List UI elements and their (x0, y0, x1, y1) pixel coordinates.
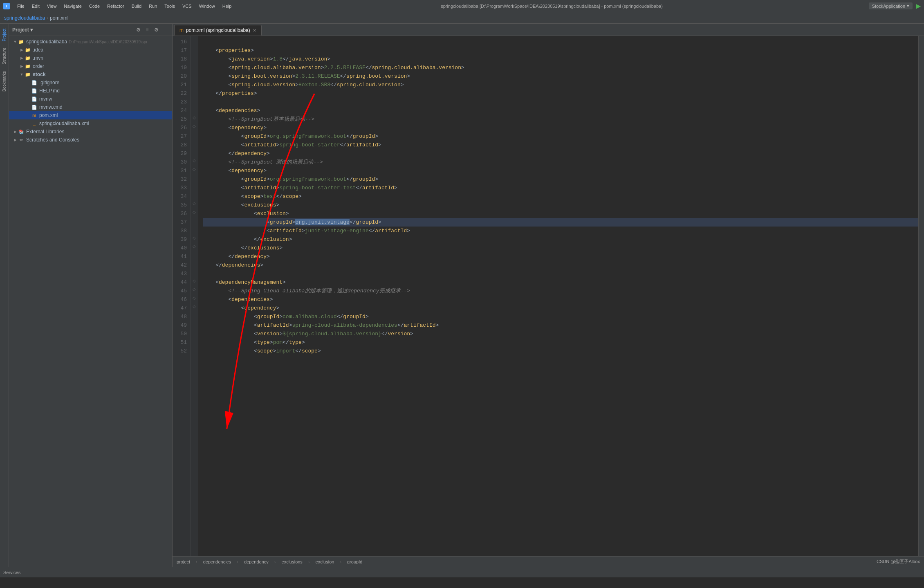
breadcrumb-file[interactable]: pom.xml (50, 15, 68, 21)
breadcrumb-bar: springcloudalibaba › pom.xml (0, 12, 924, 24)
breadcrumb-sep1: › (47, 15, 48, 21)
code-line-42: </dependencies> (203, 261, 918, 269)
mvn-folder-icon: 📁 (25, 55, 31, 61)
tree-item-pomxml[interactable]: ▶ m pom.xml (9, 111, 172, 119)
code-editor[interactable]: <properties> <java.version>1.8</java.ver… (198, 36, 918, 556)
left-tabs-panel: Project Structure Bookmarks (0, 24, 9, 567)
sidebar-action-minimize[interactable]: — (161, 26, 169, 34)
sidebar-action-layout[interactable]: ≡ (144, 26, 151, 34)
menu-item-navigate[interactable]: Navigate (61, 3, 85, 9)
gutter-16 (191, 36, 198, 45)
run-button[interactable]: ▶ (916, 2, 921, 10)
code-line-39: </exclusion> (203, 235, 918, 244)
editor-content: 1617181920212223242526272829303132333435… (173, 36, 924, 556)
arrow-icon-stock: ▼ (19, 72, 25, 77)
tree-item-mvnw[interactable]: ▶ 📄 mvnw (9, 95, 172, 103)
menu-item-view[interactable]: View (44, 3, 60, 9)
left-tab-bookmarks[interactable]: Bookmarks (1, 68, 7, 95)
springxml-file-icon: _ (31, 120, 38, 127)
code-line-43 (203, 269, 918, 278)
status-bc-dependencies[interactable]: dependencies (203, 559, 231, 564)
left-tab-project[interactable]: Project (1, 25, 7, 45)
gutter-29 (191, 148, 198, 156)
tree-item-idea[interactable]: ▶ 📁 .idea (9, 46, 172, 54)
line-num-16: 16 (173, 38, 187, 46)
menu-item-file[interactable]: File (14, 3, 28, 9)
menu-item-tools[interactable]: Tools (161, 3, 178, 9)
status-bc-exclusions[interactable]: exclusions (282, 559, 303, 564)
menu-item-window[interactable]: Window (196, 3, 218, 9)
menu-item-run[interactable]: Run (146, 3, 160, 9)
code-line-48: <groupId>com.alibaba.cloud</groupId> (203, 312, 918, 321)
tree-item-helpmd[interactable]: ▶ 📄 HELP.md (9, 87, 172, 95)
line-num-38: 38 (173, 227, 187, 235)
menu-item-refactor[interactable]: Refactor (104, 3, 128, 9)
line-num-23: 23 (173, 98, 187, 106)
line-num-44: 44 (173, 278, 187, 287)
menu-item-code[interactable]: Code (86, 3, 103, 9)
sidebar-action-settings[interactable]: ⚙ (135, 26, 142, 34)
status-bc-sep3: › (274, 559, 276, 564)
menu-item-vcs[interactable]: VCS (179, 3, 195, 9)
order-folder-icon: 📁 (25, 63, 31, 70)
gutter-41 (191, 251, 198, 259)
line-num-27: 27 (173, 132, 187, 141)
gutter-23 (191, 96, 198, 105)
tree-item-mvn[interactable]: ▶ 📁 .mvn (9, 54, 172, 62)
pomxml-file-icon: m (31, 112, 38, 119)
tree-item-extlibs[interactable]: ▶ 📚 External Libraries (9, 128, 172, 136)
breadcrumb-project[interactable]: springcloudalibaba (4, 15, 45, 21)
code-line-23 (203, 98, 918, 106)
status-csdn: CSDN @蓝匣子Albox (877, 559, 920, 565)
tree-item-order[interactable]: ▶ 📁 order (9, 62, 172, 70)
run-config[interactable]: StockApplication ▾ (869, 2, 913, 9)
pomxml-label: pom.xml (39, 112, 58, 118)
tree-item-mvnwcmd[interactable]: ▶ 📄 mvnw.cmd (9, 103, 172, 111)
arrow-icon-scratches: ▶ (12, 137, 18, 143)
line-num-39: 39 (173, 235, 187, 244)
code-line-27: <groupId>org.springframework.boot</group… (203, 132, 918, 141)
tree-item-springxml[interactable]: ▶ _ springcloudalibaba.xml (9, 119, 172, 128)
gutter-25: ◇ (191, 113, 198, 122)
line-num-29: 29 (173, 149, 187, 158)
code-line-17: <properties> (203, 46, 918, 55)
status-bc-sep4: › (308, 559, 310, 564)
gutter-17 (191, 45, 198, 53)
status-bc-exclusion[interactable]: exclusion (316, 559, 334, 564)
line-num-22: 22 (173, 89, 187, 98)
status-bc-project[interactable]: project (177, 559, 190, 564)
gutter-27 (191, 130, 198, 139)
menu-item-help[interactable]: Help (219, 3, 235, 9)
line-num-17: 17 (173, 46, 187, 55)
tree-item-stock[interactable]: ▼ 📁 stock (9, 70, 172, 79)
menu-item-build[interactable]: Build (128, 3, 145, 9)
code-line-19: <spring.cloud.alibaba.version>2.2.5.RELE… (203, 63, 918, 72)
tab-file-icon: m (179, 27, 184, 33)
editor-tab-pomxml[interactable]: m pom.xml (springcloudalibaba) ✕ (174, 25, 262, 36)
code-line-29: </dependency> (203, 149, 918, 158)
tree-item-root[interactable]: ▼ 📁 springcloudalibaba D:\ProgramWorkSpa… (9, 38, 172, 46)
gutter-38 (191, 225, 198, 233)
editor-area: m pom.xml (springcloudalibaba) ✕ 1617181… (173, 24, 924, 567)
status-bc-dependency[interactable]: dependency (244, 559, 269, 564)
sidebar-action-gear[interactable]: ⚙ (153, 26, 160, 34)
mvnwcmd-file-icon: 📄 (31, 104, 38, 110)
gutter-33 (191, 182, 198, 191)
code-line-35: <exclusions> (203, 201, 918, 209)
status-bc-groupid[interactable]: groupId (347, 559, 362, 564)
tree-item-scratches[interactable]: ▶ ✏ Scratches and Consoles (9, 136, 172, 144)
gutter-18 (191, 53, 198, 62)
code-line-44: <dependencyManagement> (203, 278, 918, 287)
line-numbers: 1617181920212223242526272829303132333435… (173, 36, 191, 556)
gutter-47: ◇ (191, 302, 198, 311)
code-line-22: </properties> (203, 89, 918, 98)
run-config-dropdown[interactable]: ▾ (907, 3, 909, 9)
services-label[interactable]: Services (3, 570, 20, 575)
menu-item-edit[interactable]: Edit (29, 3, 43, 9)
tree-item-gitignore[interactable]: ▶ 📄 .gitignore (9, 79, 172, 87)
gutter-35: ◇ (191, 199, 198, 208)
left-tab-structure[interactable]: Structure (1, 45, 7, 68)
tab-close-btn[interactable]: ✕ (253, 28, 256, 33)
title-bar: I FileEditViewNavigateCodeRefactorBuildR… (0, 0, 924, 12)
editor-tabs: m pom.xml (springcloudalibaba) ✕ (173, 24, 924, 36)
